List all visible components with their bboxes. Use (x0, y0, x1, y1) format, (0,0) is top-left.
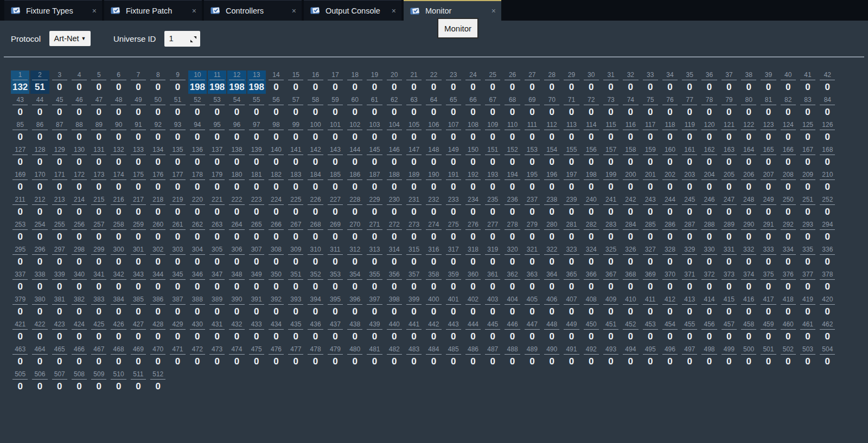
diagonal-resize-icon[interactable] (190, 35, 197, 42)
channel-number: 16 (308, 71, 323, 80)
protocol-dropdown[interactable]: Art-Net ▼ (49, 31, 91, 46)
dmx-channel-cell: 1180 (661, 120, 679, 144)
channel-value: 0 (136, 331, 141, 342)
channel-value: 0 (136, 106, 141, 118)
dmx-channel-cell: 4770 (286, 345, 305, 368)
dmx-channel-cell: 430 (11, 95, 29, 119)
channel-number: 127 (12, 146, 28, 155)
document-check-icon (410, 7, 420, 15)
close-icon[interactable]: × (92, 7, 97, 15)
channel-value: 0 (786, 131, 790, 143)
dmx-channel-cell: 180 (346, 70, 364, 94)
channel-number: 460 (781, 320, 796, 330)
dmx-channel-cell: 2200 (188, 195, 207, 219)
dmx-channel-cell: 510 (168, 95, 187, 119)
channel-value: 0 (234, 331, 239, 342)
dmx-channel-cell: 2750 (444, 220, 463, 243)
channel-value: 0 (648, 331, 653, 342)
channel-number: 18 (347, 71, 362, 80)
dmx-channel-cell: 4350 (286, 320, 305, 343)
channel-number: 112 (544, 121, 559, 130)
channel-number: 109 (485, 121, 500, 130)
channel-number: 147 (406, 146, 422, 155)
channel-value: 0 (175, 281, 180, 292)
close-icon[interactable]: × (492, 7, 496, 15)
close-icon[interactable]: × (392, 7, 396, 15)
channel-value: 0 (372, 156, 377, 168)
channel-number: 493 (603, 345, 618, 355)
channel-value: 0 (273, 81, 278, 93)
channel-value: 0 (431, 206, 436, 217)
tab-fixture-patch[interactable]: Fixture Patch × (104, 0, 202, 21)
dmx-channel-cell: 4720 (188, 345, 207, 368)
channel-number: 128 (32, 146, 47, 155)
channel-number: 3 (52, 71, 67, 80)
channel-number: 323 (564, 246, 579, 255)
dmx-channel-cell: 1960 (542, 170, 561, 194)
channel-number: 190 (426, 171, 441, 180)
tab-controllers[interactable]: Controllers × (204, 0, 302, 21)
channel-number: 145 (367, 146, 382, 155)
channel-value: 0 (786, 181, 790, 192)
dmx-channel-cell: 2900 (739, 220, 758, 243)
channel-value: 0 (687, 281, 692, 292)
channel-number: 476 (269, 345, 284, 355)
channel-value: 0 (529, 131, 534, 143)
dmx-channel-cell: 670 (483, 95, 502, 119)
close-icon[interactable]: × (192, 7, 196, 15)
channel-value: 0 (470, 156, 475, 168)
channel-value: 0 (155, 306, 160, 317)
channel-number: 180 (229, 171, 244, 180)
channel-value: 0 (136, 181, 141, 192)
channel-number: 156 (584, 146, 599, 155)
channel-number: 175 (131, 171, 146, 180)
channel-value: 0 (116, 331, 121, 342)
channel-value: 0 (234, 156, 239, 168)
dmx-channel-cell: 2730 (405, 220, 423, 243)
channel-value: 0 (333, 256, 337, 267)
dmx-grid-row: 8508608708808909009109209309409509609709… (11, 120, 868, 144)
dmx-channel-cell: 3470 (208, 270, 226, 293)
channel-number: 153 (525, 146, 540, 155)
dmx-channel-cell: 1640 (739, 145, 758, 169)
channel-value: 0 (628, 356, 633, 367)
channel-value: 0 (805, 106, 810, 118)
channel-value: 0 (451, 156, 456, 168)
channel-value: 0 (529, 206, 534, 217)
channel-value: 0 (333, 81, 337, 93)
universe-id-spinbox[interactable] (164, 31, 200, 47)
channel-value: 0 (726, 356, 731, 367)
dmx-channel-cell: 3450 (168, 270, 187, 293)
channel-value: 0 (234, 281, 239, 292)
channel-number: 22 (426, 71, 441, 80)
channel-number: 24 (465, 71, 481, 80)
dmx-channel-cell: 890 (90, 120, 108, 144)
channel-value: 0 (116, 231, 121, 242)
tab-fixture-types[interactable]: Fixture Types × (4, 0, 102, 21)
channel-number: 159 (643, 146, 658, 155)
channel-value: 0 (352, 206, 357, 217)
channel-number: 387 (170, 296, 185, 305)
channel-number: 480 (347, 345, 362, 355)
dmx-channel-cell: 2370 (523, 195, 541, 219)
dmx-channel-cell: 530 (208, 95, 226, 119)
channel-value: 0 (333, 156, 337, 168)
channel-value: 0 (805, 206, 810, 217)
channel-value: 0 (17, 281, 22, 292)
universe-id-input[interactable] (169, 34, 188, 43)
channel-number: 495 (643, 345, 658, 355)
dmx-channel-cell: 4200 (818, 295, 837, 318)
channel-number: 278 (505, 221, 520, 230)
channel-number: 86 (32, 121, 47, 130)
channel-number: 429 (170, 320, 185, 330)
channel-value: 0 (687, 131, 692, 143)
close-icon[interactable]: × (292, 7, 296, 15)
channel-number: 43 (12, 96, 28, 105)
dmx-channel-cell: 3250 (602, 245, 620, 268)
channel-number: 266 (269, 221, 284, 230)
dmx-channel-cell: 1240 (779, 120, 797, 144)
channel-value: 0 (333, 231, 337, 242)
tab-output-console[interactable]: Output Console × (304, 0, 401, 21)
channel-number: 399 (406, 296, 422, 305)
channel-number: 496 (662, 345, 678, 355)
